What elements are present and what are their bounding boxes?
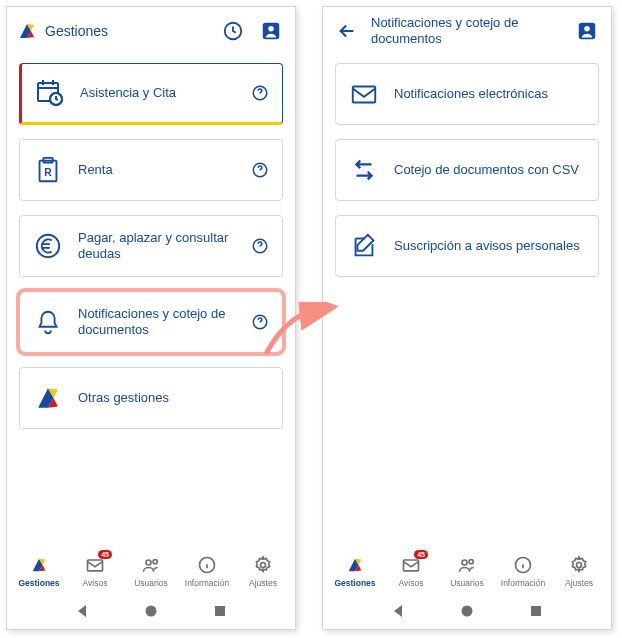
card-otras[interactable]: Otras gestiones (19, 367, 283, 429)
page-title: Notificaciones y cotejo de documentos (371, 15, 563, 46)
svg-point-25 (462, 560, 467, 565)
user-icon[interactable] (573, 17, 601, 45)
nav-gestiones[interactable]: Gestiones (327, 554, 383, 588)
aeat-logo-icon (17, 21, 37, 41)
user-icon[interactable] (257, 17, 285, 45)
home-circle-icon[interactable] (144, 604, 158, 622)
nav-label: Gestiones (334, 578, 375, 588)
home-circle-icon[interactable] (460, 604, 474, 622)
svg-point-2 (268, 26, 274, 31)
recent-square-icon[interactable] (529, 604, 543, 622)
clock-icon[interactable] (219, 17, 247, 45)
topbar: Notificaciones y cotejo de documentos (323, 7, 611, 55)
nav-avisos[interactable]: 45 Avisos (383, 554, 439, 588)
svg-rect-20 (215, 606, 225, 616)
card-suscripcion[interactable]: Suscripción a avisos personales (335, 215, 599, 277)
nav-label: Ajustes (565, 578, 593, 588)
back-triangle-icon[interactable] (75, 604, 89, 622)
recent-square-icon[interactable] (213, 604, 227, 622)
clipboard-r-icon: R (32, 154, 64, 186)
aeat-logo-icon (32, 382, 64, 414)
nav-label: Gestiones (18, 578, 59, 588)
svg-point-16 (153, 560, 157, 564)
euro-icon (32, 230, 64, 262)
swap-arrows-icon (348, 154, 380, 186)
card-renta[interactable]: R Renta (19, 139, 283, 201)
phone-right: Notificaciones y cotejo de documentos No… (322, 6, 612, 630)
back-triangle-icon[interactable] (391, 604, 405, 622)
card-list: Notificaciones electrónicas Cotejo de do… (323, 55, 611, 545)
card-list: Asistencia y Cita R Renta Pagar, aplaza (7, 55, 295, 545)
card-label: Cotejo de documentos con CSV (394, 162, 586, 178)
nav-label: Avisos (399, 578, 424, 588)
card-asistencia[interactable]: Asistencia y Cita (19, 63, 283, 125)
card-label: Renta (78, 162, 236, 178)
calendar-clock-icon (34, 77, 66, 109)
users-icon (140, 554, 162, 576)
nav-label: Información (185, 578, 229, 588)
svg-point-15 (146, 560, 151, 565)
android-nav (323, 597, 611, 629)
svg-rect-14 (88, 560, 103, 571)
card-label: Pagar, aplazar y consultar deudas (78, 230, 236, 263)
nav-ajustes[interactable]: Ajustes (235, 554, 291, 588)
svg-point-29 (461, 606, 472, 617)
bottom-nav: Gestiones 45 Avisos Usuarios Informac (7, 545, 295, 597)
nav-label: Usuarios (450, 578, 484, 588)
mail-icon: 45 (84, 554, 106, 576)
gear-icon (252, 554, 274, 576)
nav-label: Ajustes (249, 578, 277, 588)
svg-rect-30 (531, 606, 541, 616)
badge: 45 (414, 550, 428, 559)
help-icon[interactable] (250, 83, 270, 103)
phone-left: Gestiones Asistencia y Cita (6, 6, 296, 630)
nav-label: Usuarios (134, 578, 168, 588)
card-notificaciones[interactable]: Notificaciones y cotejo de documentos (19, 291, 283, 353)
nav-gestiones[interactable]: Gestiones (11, 554, 67, 588)
mail-icon: 45 (400, 554, 422, 576)
users-icon (456, 554, 478, 576)
svg-point-22 (584, 26, 590, 31)
gear-icon (568, 554, 590, 576)
card-label: Otras gestiones (78, 390, 270, 406)
svg-text:R: R (44, 167, 52, 178)
nav-usuarios[interactable]: Usuarios (123, 554, 179, 588)
svg-point-26 (469, 560, 473, 564)
card-notif-electronicas[interactable]: Notificaciones electrónicas (335, 63, 599, 125)
card-cotejo-csv[interactable]: Cotejo de documentos con CSV (335, 139, 599, 201)
page-title: Gestiones (45, 23, 108, 39)
info-icon (196, 554, 218, 576)
svg-point-19 (145, 606, 156, 617)
aeat-logo-icon (28, 554, 50, 576)
svg-point-28 (577, 563, 582, 568)
card-pagar[interactable]: Pagar, aplazar y consultar deudas (19, 215, 283, 277)
back-arrow-icon[interactable] (333, 17, 361, 45)
help-icon[interactable] (250, 312, 270, 332)
aeat-logo-icon (344, 554, 366, 576)
svg-point-11 (37, 235, 60, 258)
card-label: Asistencia y Cita (80, 85, 236, 101)
android-nav (7, 597, 295, 629)
badge: 45 (98, 550, 112, 559)
svg-rect-23 (353, 87, 376, 103)
nav-avisos[interactable]: 45 Avisos (67, 554, 123, 588)
card-label: Notificaciones electrónicas (394, 86, 586, 102)
nav-usuarios[interactable]: Usuarios (439, 554, 495, 588)
nav-label: Información (501, 578, 545, 588)
svg-rect-24 (404, 560, 419, 571)
card-label: Notificaciones y cotejo de documentos (78, 306, 236, 339)
nav-label: Avisos (83, 578, 108, 588)
help-icon[interactable] (250, 236, 270, 256)
envelope-icon (348, 78, 380, 110)
info-icon (512, 554, 534, 576)
nav-ajustes[interactable]: Ajustes (551, 554, 607, 588)
bell-icon (32, 306, 64, 338)
edit-note-icon (348, 230, 380, 262)
nav-informacion[interactable]: Información (179, 554, 235, 588)
card-label: Suscripción a avisos personales (394, 238, 586, 254)
topbar: Gestiones (7, 7, 295, 55)
svg-point-18 (261, 563, 266, 568)
help-icon[interactable] (250, 160, 270, 180)
bottom-nav: Gestiones 45 Avisos Usuarios Informac (323, 545, 611, 597)
nav-informacion[interactable]: Información (495, 554, 551, 588)
